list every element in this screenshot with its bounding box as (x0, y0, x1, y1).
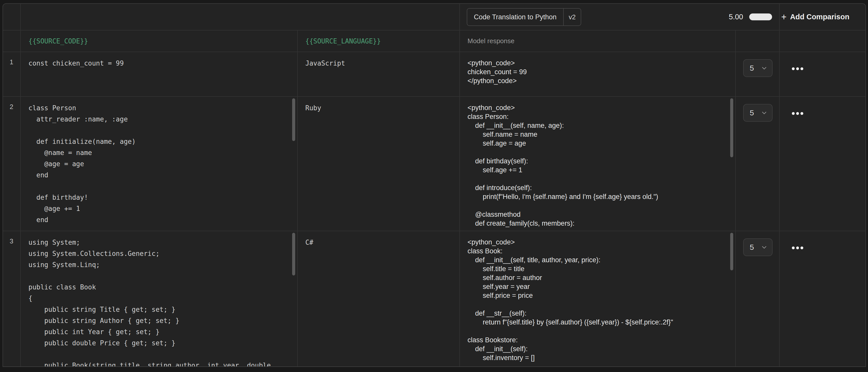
scrollbar-thumb[interactable] (292, 233, 295, 276)
model-response-text: <python_code> class Book: def __init__(s… (460, 231, 735, 362)
row-index: 1 (3, 52, 20, 66)
ellipsis-icon (796, 67, 799, 70)
row-index-cell: 1 (3, 52, 21, 96)
ellipsis-icon (801, 67, 803, 70)
scrollbar-thumb[interactable] (292, 98, 295, 141)
source-language-text: Ruby (298, 97, 459, 114)
toolbar-add-cell: + Add Comparison (780, 4, 851, 30)
score-value: 5 (750, 243, 754, 252)
score-value: 5 (750, 109, 754, 117)
score-summary: 5.00 (729, 13, 772, 21)
prompt-title[interactable]: Code Translation to Python (467, 9, 563, 25)
add-comparison-label: Add Comparison (790, 13, 849, 21)
actions-column-header (780, 30, 865, 52)
source-language-cell: JavaScript (298, 52, 460, 96)
more-options-button[interactable] (792, 67, 865, 70)
index-column-header (3, 30, 21, 52)
source-language-cell: Ruby (298, 97, 460, 231)
score-select[interactable]: 5 (743, 104, 773, 122)
prompt-version-badge[interactable]: v2 (563, 9, 581, 25)
add-comparison-button[interactable]: + Add Comparison (780, 12, 851, 22)
score-progress-bar (749, 13, 772, 20)
scrollbar-thumb[interactable] (730, 98, 733, 157)
model-response-text: <python_code> class Person: def __init__… (460, 97, 735, 228)
score-cell: 5 (736, 97, 780, 231)
comparison-table: Code Translation to Python v2 5.00 + Add… (3, 3, 866, 367)
column-header-row: {{SOURCE_CODE}} {{SOURCE_LANGUAGE}} Mode… (3, 30, 865, 52)
average-score-value: 5.00 (729, 13, 743, 21)
source-code-cell[interactable]: class Person attr_reader :name, :age def… (21, 97, 298, 231)
model-response-cell[interactable]: <python_code> chicken_count = 99 </pytho… (460, 52, 736, 96)
score-value: 5 (750, 64, 754, 73)
score-column-header (736, 30, 780, 52)
table-row: 1 const chicken_count = 99 JavaScript <p… (3, 52, 865, 97)
toolbar-main-cell: Code Translation to Python v2 5.00 (460, 4, 780, 30)
score-cell: 5 (736, 52, 780, 96)
ellipsis-icon (801, 112, 803, 115)
ellipsis-icon (801, 247, 803, 249)
source-language-text: JavaScript (298, 52, 459, 69)
chevron-down-icon (761, 65, 768, 71)
actions-cell (780, 52, 865, 96)
source-code-cell[interactable]: const chicken_count = 99 (21, 52, 298, 96)
source-code-cell[interactable]: using System; using System.Collections.G… (21, 231, 298, 366)
more-options-button[interactable] (792, 112, 865, 115)
table-row: 3 using System; using System.Collections… (3, 231, 865, 366)
scrollbar-thumb[interactable] (730, 233, 733, 270)
toolbar-row: Code Translation to Python v2 5.00 + Add… (3, 4, 865, 30)
row-index: 3 (3, 231, 20, 245)
ellipsis-icon (792, 112, 795, 115)
chevron-down-icon (761, 244, 768, 251)
actions-cell (780, 231, 865, 366)
source-code-column-header: {{SOURCE_CODE}} (21, 30, 298, 52)
actions-cell (780, 97, 865, 231)
row-index-cell: 3 (3, 231, 21, 366)
model-response-column-header: Model response (460, 30, 736, 52)
score-select[interactable]: 5 (743, 238, 773, 256)
table-row: 2 class Person attr_reader :name, :age d… (3, 97, 865, 231)
ellipsis-icon (796, 247, 799, 249)
source-code-text: class Person attr_reader :name, :age def… (21, 97, 297, 225)
source-language-cell: C# (298, 231, 460, 366)
more-options-button[interactable] (792, 247, 865, 249)
ellipsis-icon (792, 67, 795, 70)
score-cell: 5 (736, 231, 780, 366)
prompt-version-button[interactable]: Code Translation to Python v2 (467, 8, 581, 26)
source-language-column-header: {{SOURCE_LANGUAGE}} (298, 30, 460, 52)
source-language-text: C# (298, 231, 459, 248)
score-select[interactable]: 5 (743, 59, 773, 77)
row-index: 2 (3, 97, 20, 111)
toolbar-index-cell (3, 4, 21, 30)
row-index-cell: 2 (3, 97, 21, 231)
toolbar-spacer-cell (21, 4, 460, 30)
ellipsis-icon (792, 247, 795, 249)
chevron-down-icon (761, 110, 768, 116)
source-code-text: using System; using System.Collections.G… (21, 231, 297, 366)
source-code-text: const chicken_count = 99 (21, 52, 297, 69)
model-response-cell[interactable]: <python_code> class Person: def __init__… (460, 97, 736, 231)
plus-icon: + (781, 12, 786, 22)
model-response-cell[interactable]: <python_code> class Book: def __init__(s… (460, 231, 736, 366)
ellipsis-icon (796, 112, 799, 115)
model-response-text: <python_code> chicken_count = 99 </pytho… (460, 52, 735, 85)
